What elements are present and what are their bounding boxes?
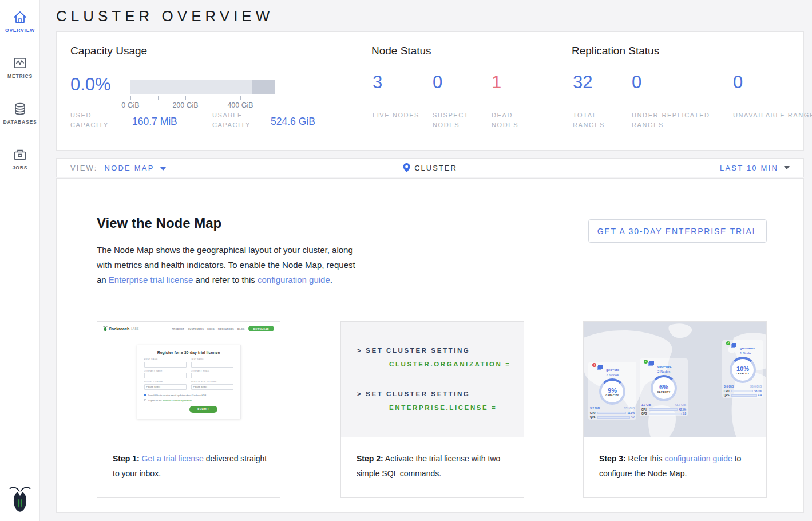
sidebar-item-overview[interactable]: OVERVIEW [0, 9, 40, 33]
qps-bar [597, 416, 630, 419]
nav-link: DOCS [207, 327, 215, 330]
capacity-axis-ticks [130, 96, 269, 100]
sidebar-item-jobs[interactable]: JOBS [0, 147, 40, 171]
cockroach-labs-wordmark: Cockroach LABS [103, 326, 139, 331]
cpu-bar [649, 408, 678, 411]
suspect-nodes-label: SUSPECT NODES [433, 110, 482, 130]
cockroach-bug-icon [103, 326, 108, 331]
suspect-nodes-value: 0 [433, 72, 442, 93]
briefcase-icon [12, 147, 28, 163]
trial-site-thumbnail: Cockroach LABS PRODUCT CUSTOMERS DOCS RE… [97, 322, 280, 437]
sql-command-line: > SET CLUSTER SETTING [357, 390, 524, 397]
axis-tick-label: 400 GiB [220, 101, 260, 109]
total-ranges-label: TOTAL RANGES [573, 110, 622, 130]
first-name-field [144, 362, 187, 368]
license-agreement-checkbox [144, 399, 147, 402]
time-range-selector[interactable]: LAST 10 MIN [720, 159, 790, 177]
sidebar-item-label: DATABASES [0, 119, 40, 125]
field-label: COMPANY NAME [144, 370, 187, 372]
field-label: LAST NAME [191, 358, 233, 361]
divider [97, 303, 767, 303]
node-cube-icon [649, 361, 654, 365]
cpu-bar [597, 412, 626, 414]
node-map-panel: View the Node Map The Node Map shows the… [56, 178, 804, 513]
locality-badge-sfo: ! geo=sfo 2 Nodes 9% CAPACITY 3.2 GiB351… [588, 362, 636, 420]
capacity-bar [130, 80, 275, 94]
locality-badge-ams: ✓ geo=ams 1 Node 10% CAPACITY 3.6 GiB36.… [722, 340, 763, 398]
used-capacity-value: 160.7 MiB [132, 116, 177, 128]
sql-command-line: > SET CLUSTER SETTING [357, 347, 524, 354]
chevron-down-icon [784, 166, 790, 169]
usable-capacity-label: USABLE CAPACITY [212, 110, 262, 130]
trial-registration-form: Register for a 30-day trial license FIRS… [137, 345, 241, 419]
capacity-used-percent: 0.0% [70, 74, 111, 95]
locality-label: CLUSTER [414, 164, 457, 172]
sidebar-item-databases[interactable]: DATABASES [0, 101, 40, 125]
sidebar: OVERVIEW METRICS DATABASES JOBS [0, 0, 40, 521]
home-icon [12, 9, 28, 25]
capacity-gauge: 9% CAPACITY [599, 378, 625, 405]
configuration-guide-link[interactable]: configuration guide [664, 454, 732, 463]
metrics-chart-icon [12, 55, 28, 71]
view-selector[interactable]: NODE MAP [105, 164, 166, 172]
node-status-title: Node Status [371, 45, 431, 57]
enterprise-trial-license-link[interactable]: Enterprise trial license [109, 275, 193, 285]
database-icon [12, 101, 28, 117]
trial-site-header: Cockroach LABS PRODUCT CUSTOMERS DOCS RE… [97, 322, 280, 336]
axis-tick-label: 200 GiB [165, 101, 205, 109]
field-label: FIRST NAME [144, 358, 187, 361]
step3-card: ! geo=sfo 2 Nodes 9% CAPACITY 3.2 GiB351… [583, 321, 767, 498]
field-label: PROJECT PHASE [144, 381, 187, 383]
chevron-down-icon [160, 167, 166, 171]
sql-setting-line: CLUSTER.ORGANIZATION = [389, 361, 524, 368]
cockroach-labs-logo [9, 483, 31, 513]
step2-caption: Step 2: Activate the trial license with … [341, 437, 524, 481]
checkbox-label: I would like to receive email updates ab… [148, 394, 207, 397]
locality-breadcrumb[interactable]: CLUSTER [403, 159, 457, 177]
qps-bar [731, 394, 757, 397]
nav-link: RESOURCES [218, 327, 234, 330]
trial-site-nav: PRODUCT CUSTOMERS DOCS RESOURCES BLOG DO… [172, 326, 274, 331]
capacity-bar-reserved-segment [252, 80, 275, 94]
field-label: REASON FOR INTEREST [191, 381, 233, 383]
qps-bar [649, 413, 682, 415]
healthy-status-icon: ✓ [726, 341, 730, 345]
company-email-field [191, 373, 233, 378]
sql-setting-line: ENTERPRISE.LICENSE = [389, 404, 524, 411]
cluster-summary-panel: Capacity Usage 0.0% 0 GiB 200 GiB 400 Gi… [56, 31, 804, 151]
map-pin-icon [403, 163, 410, 172]
live-nodes-label: LIVE NODES [373, 110, 422, 120]
unavailable-ranges-value: 0 [733, 72, 743, 93]
capacity-gauge: 6% CAPACITY [651, 375, 677, 401]
under-replicated-ranges-value: 0 [632, 72, 641, 93]
get-trial-license-link[interactable]: Get a trial license [142, 454, 204, 463]
reason-select: Please Select [191, 384, 233, 390]
step1-card: Cockroach LABS PRODUCT CUSTOMERS DOCS RE… [97, 321, 280, 498]
email-updates-checkbox [144, 394, 147, 397]
form-title: Register for a 30-day trial license [144, 350, 233, 354]
total-ranges-value: 32 [573, 72, 592, 93]
dead-nodes-value: 1 [492, 72, 501, 93]
used-capacity-label: USED CAPACITY [70, 110, 120, 130]
capacity-gauge: 10% CAPACITY [730, 357, 756, 383]
checkbox-label: I agree to the Software License Agreemen… [148, 399, 192, 402]
capacity-usage-title: Capacity Usage [70, 45, 147, 57]
node-cube-icon [598, 365, 603, 369]
dead-nodes-label: DEAD NODES [492, 110, 541, 130]
usable-capacity-value: 524.6 GiB [271, 116, 315, 128]
sql-commands-thumbnail: > SET CLUSTER SETTING CLUSTER.ORGANIZATI… [341, 322, 524, 437]
unavailable-ranges-label: UNAVAILABLE RANGES [733, 110, 812, 120]
configuration-guide-link[interactable]: configuration guide [258, 275, 330, 285]
locality-badge-nyc: ✓ geo=nyc 2 Nodes 6% CAPACITY 3.7 GiB43.… [640, 358, 688, 416]
axis-tick-label: 0 GiB [110, 101, 150, 109]
sidebar-item-metrics[interactable]: METRICS [0, 55, 40, 79]
view-bar: VIEW: NODE MAP CLUSTER LAST 10 MIN [56, 158, 804, 177]
sidebar-item-label: OVERVIEW [0, 27, 40, 33]
sidebar-item-label: METRICS [0, 73, 40, 79]
project-phase-select: Please Select [144, 384, 187, 390]
node-map-description: The Node Map shows the geographical layo… [97, 243, 366, 287]
enterprise-trial-button[interactable]: GET A 30-DAY ENTERPRISE TRIAL [588, 219, 767, 243]
node-map-heading: View the Node Map [97, 215, 221, 231]
step3-caption: Step 3: Refer this configuration guide t… [584, 437, 766, 481]
node-map-thumbnail: ! geo=sfo 2 Nodes 9% CAPACITY 3.2 GiB351… [584, 322, 766, 437]
